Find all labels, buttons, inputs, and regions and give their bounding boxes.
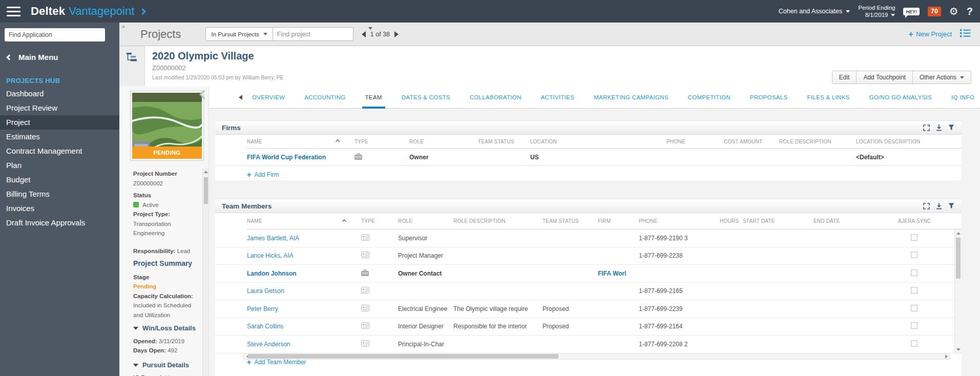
team-col-firm[interactable]: FIRM <box>598 213 639 229</box>
expand-grid-icon[interactable] <box>923 124 930 131</box>
scroll-up-icon[interactable] <box>121 25 126 28</box>
tabs-scroll-left-icon[interactable] <box>239 95 242 100</box>
filter-funnel-icon[interactable] <box>948 124 954 131</box>
sidebar-item-dashboard[interactable]: Dashboard <box>0 87 119 101</box>
pursuit-details-section[interactable]: Pursuit Details <box>133 361 202 370</box>
team-col-hours[interactable]: HOURS <box>720 213 743 229</box>
team-horizontal-scrollbar[interactable] <box>243 353 950 360</box>
scrollbar-thumb[interactable] <box>956 238 961 279</box>
export-download-icon[interactable] <box>936 203 942 210</box>
firms-col-team-status[interactable]: TEAM STATUS <box>478 135 530 149</box>
tab-competition[interactable]: COMPETITION <box>678 86 740 109</box>
member-name-link[interactable]: Laura Getson <box>247 287 284 295</box>
firms-col-name[interactable]: NAME <box>247 135 355 149</box>
team-row-sarah-collins[interactable]: Sarah Collins Interior Designer Responsi… <box>215 318 962 336</box>
team-row-peter-berry[interactable]: Peter Berry Electrical Enginee The Olymp… <box>215 300 962 318</box>
alert-count-badge[interactable]: 70 <box>928 7 941 16</box>
sidebar-item-budget[interactable]: Budget <box>0 173 119 187</box>
project-filter-dropdown[interactable]: In Pursuit Projects <box>205 27 273 41</box>
list-view-icon[interactable] <box>960 29 971 39</box>
main-menu-back[interactable]: Main Menu <box>7 53 119 61</box>
gear-icon[interactable]: ⚙ <box>949 6 958 16</box>
team-col-phone[interactable]: PHONE <box>639 213 720 229</box>
team-col-name[interactable]: NAME <box>247 213 361 229</box>
firms-col-location[interactable]: LOCATION <box>530 135 666 149</box>
find-project-input[interactable] <box>273 31 364 38</box>
next-record-icon[interactable] <box>394 31 399 37</box>
firms-col-type[interactable]: TYPE <box>355 135 409 149</box>
ajera-sync-checkbox[interactable] <box>911 305 918 311</box>
panel-scrollbar[interactable] <box>202 168 208 376</box>
firms-col-cost-amount[interactable]: COST AMOUNT <box>724 135 779 149</box>
team-col-end-date[interactable]: END DATE <box>814 213 898 229</box>
other-actions-button[interactable]: Other Actions <box>912 71 971 83</box>
ajera-sync-checkbox[interactable] <box>911 287 918 294</box>
ajera-sync-checkbox[interactable] <box>911 269 918 276</box>
member-name-link[interactable]: Sarah Collins <box>247 323 283 330</box>
tab-overview[interactable]: OVERVIEW <box>242 86 295 109</box>
tab-iq-info[interactable]: IQ INFO <box>942 86 980 109</box>
tab-team[interactable]: TEAM <box>356 86 392 109</box>
sidebar-item-estimates[interactable]: Estimates <box>0 130 119 144</box>
team-row-steve-anderson[interactable]: Steve Anderson Principal-In-Char 1-877-6… <box>215 336 962 353</box>
period-ending-selector[interactable]: Period Ending 8/1/2019 <box>858 4 895 18</box>
winloss-details-section[interactable]: Win/Loss Details <box>133 324 202 333</box>
team-col-role-description[interactable]: ROLE DESCRIPTION <box>453 213 543 229</box>
expand-grid-icon[interactable] <box>923 203 930 210</box>
new-project-button[interactable]: + New Project <box>909 30 952 39</box>
tab-files-links[interactable]: FILES & LINKS <box>797 86 859 109</box>
team-col-role[interactable]: ROLE <box>398 213 453 229</box>
member-name-link[interactable]: James Bartlett, AIA <box>247 235 299 242</box>
sidebar-item-contract-management[interactable]: Contract Management <box>0 144 119 158</box>
sidebar-item-project-review[interactable]: Project Review <box>0 101 119 115</box>
tab-proposals[interactable]: PROPOSALS <box>740 86 798 109</box>
firms-col-location-description[interactable]: LOCATION DESCRIPTION <box>856 135 962 149</box>
firms-col-phone[interactable]: PHONE <box>666 135 724 149</box>
tab-accounting[interactable]: ACCOUNTING <box>295 86 355 109</box>
member-name-link[interactable]: Steve Anderson <box>247 341 290 348</box>
scroll-right-button[interactable] <box>943 353 950 359</box>
ajera-sync-checkbox[interactable] <box>911 322 918 329</box>
member-firm-link[interactable]: FIFA Worl <box>598 270 626 277</box>
edit-button[interactable]: Edit <box>832 71 857 83</box>
tab-marketing-campaigns[interactable]: MARKETING CAMPAIGNS <box>584 86 678 109</box>
sidebar-item-draft-invoice-approvals[interactable]: Draft Invoice Approvals <box>0 216 119 230</box>
help-icon[interactable]: ? <box>967 6 973 16</box>
team-col-team-status[interactable]: TEAM STATUS <box>543 213 598 229</box>
filter-funnel-icon[interactable] <box>948 203 954 209</box>
find-application-input[interactable] <box>5 28 105 41</box>
tab-go-no-go[interactable]: GO/NO GO ANALYSIS <box>860 86 942 109</box>
firms-row-fifa[interactable]: FIFA World Cup Federation Owner US <Defa… <box>215 149 962 166</box>
project-structure-icon[interactable] <box>127 52 138 65</box>
team-col-ajera-sync[interactable]: AJERA SYNC <box>898 213 962 229</box>
hamburger-menu-icon[interactable] <box>7 7 20 16</box>
member-name-link[interactable]: Landon Johnson <box>247 270 297 277</box>
team-vertical-scrollbar[interactable] <box>954 229 962 353</box>
export-download-icon[interactable] <box>936 124 942 131</box>
tab-activities[interactable]: ACTIVITIES <box>531 86 585 109</box>
scrollbar-thumb[interactable] <box>248 354 558 359</box>
team-row-laura-getson[interactable]: Laura Getson 1-877-699-2165 <box>215 283 962 301</box>
team-row-lance-hicks[interactable]: Lance Hicks, AIA Project Manager 1-877-6… <box>215 247 962 265</box>
firms-col-role[interactable]: ROLE <box>409 135 478 149</box>
team-col-type[interactable]: TYPE <box>361 213 398 229</box>
member-name-link[interactable]: Lance Hicks, AIA <box>247 252 294 259</box>
add-touchpoint-button[interactable]: Add Touchpoint <box>856 71 912 83</box>
team-col-start-date[interactable]: START DATE <box>743 213 814 229</box>
tab-collaboration[interactable]: COLLABORATION <box>460 86 531 109</box>
scroll-down-button[interactable] <box>955 346 962 353</box>
add-firm-button[interactable]: + Add Firm <box>215 166 279 179</box>
team-row-james-bartlett[interactable]: James Bartlett, AIA Supervisor 1-877-699… <box>215 229 962 247</box>
tab-dates-costs[interactable]: DATES & COSTS <box>392 86 460 109</box>
ajera-sync-checkbox[interactable] <box>911 234 918 241</box>
firms-col-role-description[interactable]: ROLE DESCRIPTION <box>779 135 856 149</box>
ajera-sync-checkbox[interactable] <box>911 252 918 258</box>
sidebar-item-project[interactable]: Project <box>0 115 119 130</box>
scroll-up-button[interactable] <box>955 229 962 237</box>
sidebar-item-plan[interactable]: Plan <box>0 158 119 173</box>
previous-record-icon[interactable] <box>362 31 366 37</box>
firm-name-link[interactable]: FIFA World Cup Federation <box>247 154 326 161</box>
team-row-landon-johnson[interactable]: Landon Johnson Owner Contact FIFA Worl <box>215 265 962 283</box>
sidebar-item-billing-terms[interactable]: Billing Terms <box>0 187 119 201</box>
sidebar-item-invoices[interactable]: Invoices <box>0 201 119 216</box>
